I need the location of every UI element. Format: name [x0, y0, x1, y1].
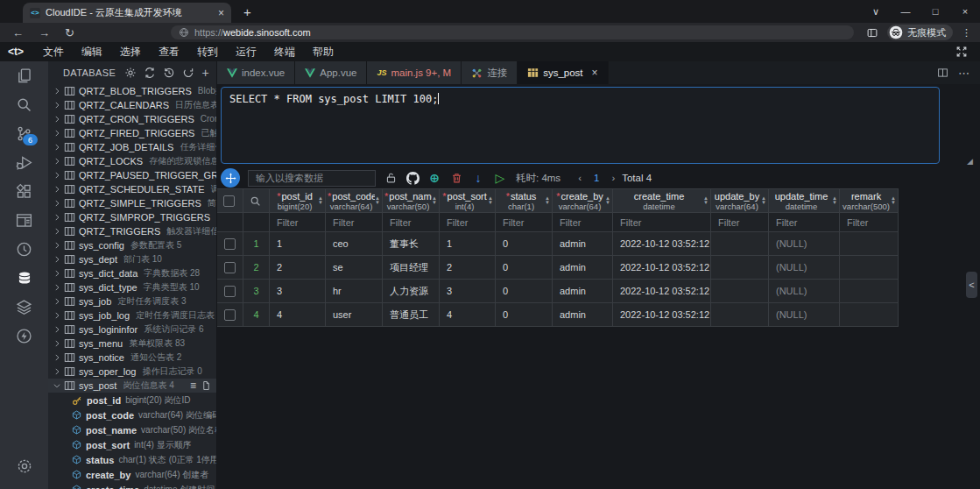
maximize-icon[interactable]: □: [920, 6, 950, 17]
sort-icon[interactable]: ▲▼: [432, 196, 437, 205]
search-input[interactable]: [248, 170, 376, 187]
row-checkbox[interactable]: [224, 238, 236, 250]
menu-item-5[interactable]: 运行: [227, 45, 265, 60]
tree-item-QRTZ_FIRED_TRIGGERS[interactable]: QRTZ_FIRED_TRIGGERS已触发的触...: [48, 126, 216, 140]
filter-update_by[interactable]: Filter: [711, 213, 769, 232]
tree-item-QRTZ_BLOB_TRIGGERS[interactable]: QRTZ_BLOB_TRIGGERSBlob类型的...: [48, 84, 216, 98]
sync-icon[interactable]: [144, 67, 156, 79]
sort-icon[interactable]: ▲▼: [545, 196, 550, 205]
tree-item-sys_post[interactable]: sys_post岗位信息表 4≡: [48, 379, 216, 393]
tab-连接[interactable]: 连接: [462, 61, 518, 84]
activity-run-debug-icon[interactable]: [0, 148, 48, 177]
close-icon[interactable]: ×: [218, 7, 224, 19]
github-icon[interactable]: [405, 172, 419, 185]
forward-icon[interactable]: →: [39, 26, 50, 39]
activity-search-icon[interactable]: [0, 90, 48, 119]
filter-create_time[interactable]: Filter: [613, 213, 711, 232]
chevron-small-down-icon[interactable]: ∨: [861, 6, 891, 18]
column-header-create_by[interactable]: *create_byvarchar(64)▲▼: [553, 188, 613, 213]
column-header-update_time[interactable]: update_timedatetime▲▼: [769, 188, 840, 213]
column-header-remark[interactable]: remarkvarchar(500)▲▼: [840, 188, 899, 213]
tree-item-sys_job_log[interactable]: sys_job_log定时任务调度日志表 0: [48, 308, 216, 322]
column-header-post_name[interactable]: *post_namevarchar(50)▲▼: [383, 188, 440, 213]
field-item-status[interactable]: statuschar(1) 状态 (0正常 1停用): [48, 452, 216, 467]
tab-App.vue[interactable]: App.vue: [295, 61, 367, 84]
activity-extensions-icon[interactable]: [0, 177, 48, 206]
split-editor-icon[interactable]: [937, 67, 948, 78]
browser-tab[interactable]: <> CloudIDE - 云原生集成开发环境 ×: [23, 3, 231, 23]
tree-item-QRTZ_CALENDARS[interactable]: QRTZ_CALENDARS日历信息表 0: [48, 98, 216, 112]
reload-icon[interactable]: ↻: [65, 26, 74, 39]
menu-item-3[interactable]: 查看: [150, 45, 188, 60]
tab-index.vue[interactable]: index.vue: [217, 61, 295, 84]
field-item-post_id[interactable]: post_idbigint(20) 岗位ID: [48, 393, 216, 408]
menu-item-0[interactable]: 文件: [34, 45, 73, 60]
new-tab-button[interactable]: +: [243, 4, 251, 19]
row-checkbox[interactable]: [224, 286, 236, 297]
menu-item-4[interactable]: 转到: [188, 45, 227, 60]
activity-flash-icon[interactable]: [0, 322, 48, 351]
tree-item-QRTZ_LOCKS[interactable]: QRTZ_LOCKS存储的悲观锁信息表 2: [48, 154, 216, 168]
close-icon[interactable]: ×: [950, 6, 980, 17]
column-header-post_sort[interactable]: *post_sortint(4)▲▼: [440, 188, 496, 213]
run-icon[interactable]: ▷: [493, 172, 507, 184]
sql-editor[interactable]: SELECT * FROM sys_post LIMIT 100;: [221, 87, 940, 164]
tree-item-QRTZ_SCHEDULER_STATE[interactable]: QRTZ_SCHEDULER_STATE调度器状...: [48, 182, 216, 196]
row-checkbox[interactable]: [224, 262, 236, 273]
tab-sys_post[interactable]: sys_post×: [518, 61, 608, 84]
plus-icon[interactable]: +: [201, 67, 209, 79]
activity-source-control-icon[interactable]: 6: [0, 119, 48, 148]
sort-icon[interactable]: ▲▼: [605, 196, 610, 205]
history-icon[interactable]: [163, 67, 175, 79]
tree-item-sys_dept[interactable]: sys_dept部门表 10: [48, 252, 216, 266]
header-search-icon[interactable]: [243, 188, 270, 213]
field-item-post_code[interactable]: post_codevarchar(64) 岗位编码: [48, 408, 216, 422]
collapse-panel-handle[interactable]: <: [966, 272, 977, 298]
tree-item-sys_dict_type[interactable]: sys_dict_type字典类型表 10: [48, 280, 216, 294]
tree-item-sys_dict_data[interactable]: sys_dict_data字典数据表 28: [48, 266, 216, 280]
menu-lines-icon[interactable]: ≡: [190, 380, 196, 391]
tree-item-QRTZ_PAUSED_TRIGGER_GRPS[interactable]: QRTZ_PAUSED_TRIGGER_GRPS暂...: [48, 168, 216, 182]
sort-icon[interactable]: ▲▼: [891, 196, 896, 205]
sort-icon[interactable]: ▲▼: [761, 196, 766, 205]
filter-post_name[interactable]: Filter: [383, 213, 440, 232]
field-item-create_time[interactable]: create_timedatetime 创建时间: [48, 482, 216, 489]
fullscreen-icon[interactable]: [955, 46, 968, 58]
refresh-icon[interactable]: [182, 67, 194, 79]
tree-item-sys_notice[interactable]: sys_notice通知公告表 2: [48, 351, 216, 365]
trash-icon[interactable]: [449, 172, 463, 184]
sort-icon[interactable]: ▲▼: [703, 196, 709, 205]
file-icon[interactable]: [201, 380, 211, 391]
next-page-icon[interactable]: ›: [611, 173, 615, 183]
row-checkbox[interactable]: [224, 309, 236, 321]
more-actions-icon[interactable]: ⋯: [958, 67, 969, 80]
menu-item-2[interactable]: 选择: [111, 45, 150, 60]
field-item-post_name[interactable]: post_namevarchar(50) 岗位名称: [48, 422, 216, 437]
column-header-create_time[interactable]: create_timedatetime▲▼: [613, 188, 711, 213]
column-header-post_id[interactable]: *post_idbigint(20)▲▼: [270, 188, 326, 213]
sort-icon[interactable]: ▲▼: [375, 196, 380, 205]
tree-item-QRTZ_CRON_TRIGGERS[interactable]: QRTZ_CRON_TRIGGERSCron类型...: [48, 112, 216, 126]
sidebar-toggle-icon[interactable]: [866, 27, 878, 39]
tree-item-QRTZ_SIMPROP_TRIGGERS[interactable]: QRTZ_SIMPROP_TRIGGERS同步机...: [48, 210, 216, 224]
sort-icon[interactable]: ▲▼: [318, 196, 323, 205]
url-bar[interactable]: https://webide.sinosoft.com: [171, 25, 854, 39]
prev-page-icon[interactable]: ‹: [578, 173, 582, 183]
tree-item-QRTZ_SIMPLE_TRIGGERS[interactable]: QRTZ_SIMPLE_TRIGGERS简单触发...: [48, 196, 216, 210]
kebab-menu-icon[interactable]: ⋮: [962, 27, 971, 39]
tree-item-sys_oper_log[interactable]: sys_oper_log操作日志记录 0: [48, 365, 216, 379]
filter-status[interactable]: Filter: [496, 213, 553, 232]
resize-grip[interactable]: ◢: [967, 157, 973, 166]
menu-item-7[interactable]: 帮助: [304, 45, 342, 60]
back-icon[interactable]: ←: [12, 26, 24, 39]
activity-settings-gear-icon[interactable]: [0, 451, 48, 480]
sort-icon[interactable]: ▲▼: [488, 196, 493, 205]
select-all-checkbox[interactable]: [217, 188, 243, 213]
filter-update_time[interactable]: Filter: [769, 213, 840, 232]
tab-main.js[interactable]: JSmain.js 9+, M: [367, 61, 462, 84]
unlock-icon[interactable]: [384, 172, 398, 184]
tree-item-sys_config[interactable]: sys_config参数配置表 5: [48, 238, 216, 252]
activity-clock-icon[interactable]: [0, 235, 48, 264]
column-header-status[interactable]: *statuschar(1)▲▼: [496, 188, 553, 213]
activity-files-icon[interactable]: [0, 61, 48, 90]
